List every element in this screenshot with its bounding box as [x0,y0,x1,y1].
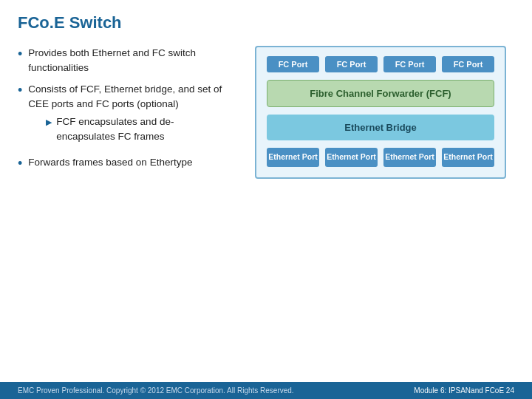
fc-ports-row: FC Port FC Port FC Port FC Port [267,56,494,72]
eth-port-2: Ethernet Port [325,148,378,167]
eth-port-1: Ethernet Port [267,148,319,167]
page-title: FCo.E Switch [0,0,532,40]
sub-bullet-arrow: ▶ [46,116,52,129]
left-panel: • Provides both Ethernet and FC switch f… [18,46,232,180]
bullet-dot-1: • [18,44,22,64]
fc-port-3: FC Port [383,56,436,72]
bullet-dot-2: • [18,81,22,100]
fc-port-2: FC Port [325,56,378,72]
sub-bullet-1-text: FCF encapsulates and de-encapsulates FC … [56,115,232,145]
eth-ports-row: Ethernet Port Ethernet Port Ethernet Por… [267,148,494,167]
footer-left: EMC Proven Professional. Copyright © 201… [18,386,294,395]
bullet-1: • Provides both Ethernet and FC switch f… [18,46,232,76]
fc-port-1: FC Port [267,56,319,72]
fcf-box: Fibre Channel Forwarder (FCF) [267,80,494,107]
bullet-3: • Forwards frames based on Ethertype [18,155,232,174]
bullet-3-text: Forwards frames based on Ethertype [28,155,192,170]
right-panel: FC Port FC Port FC Port FC Port Fibre Ch… [247,46,514,180]
eth-bridge-box: Ethernet Bridge [267,115,494,140]
footer-right: Module 6: IPSANand FCoE 24 [414,386,514,395]
eth-port-3: Ethernet Port [383,148,436,167]
switch-diagram: FC Port FC Port FC Port FC Port Fibre Ch… [255,46,506,179]
bullet-dot-3: • [18,154,22,174]
eth-port-4: Ethernet Port [442,148,494,167]
bullet-1-text: Provides both Ethernet and FC switch fun… [28,46,232,76]
fc-port-4: FC Port [442,56,494,72]
footer: EMC Proven Professional. Copyright © 201… [0,382,532,399]
bullet-2: • Consists of FCF, Ethernet bridge, and … [18,82,232,149]
sub-bullet-1: ▶ FCF encapsulates and de-encapsulates F… [46,115,232,145]
bullet-2-text: Consists of FCF, Ethernet bridge, and se… [28,83,222,109]
